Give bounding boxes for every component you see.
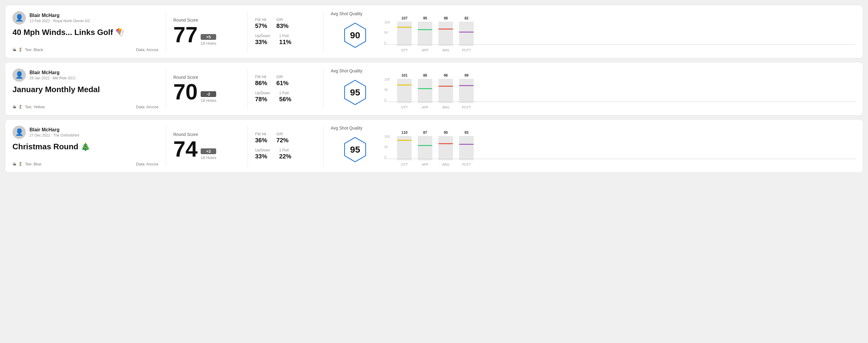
bar-value: 101: [401, 73, 407, 77]
bar-fill: [459, 33, 474, 46]
bar-fill: [397, 86, 412, 103]
bar-chart: 100 50 0 107 OTT 95 APP: [384, 12, 856, 52]
avatar: 👤: [12, 68, 26, 82]
fw-hit-label: FW Hit: [255, 132, 267, 136]
avatar-icon: 👤: [15, 71, 23, 79]
stat-fw-hit: FW Hit 57%: [255, 18, 267, 30]
quality-section: Avg Shot Quality 95: [331, 126, 379, 166]
bar-line: [397, 27, 412, 28]
quality-score: 90: [350, 30, 360, 40]
round-title: 40 Mph Winds... Links Golf 🪁: [12, 28, 158, 37]
stat-updown: Up/Down 78%: [255, 91, 270, 103]
section-divider: [166, 126, 166, 166]
bar-line: [397, 140, 412, 141]
player-footer: 🌥 🏌 Tee: Blue Data: Arccos: [12, 162, 158, 166]
bar-value: 96: [444, 73, 448, 77]
bar-fill: [418, 89, 432, 103]
gir-value: 83%: [276, 23, 288, 30]
chart-bar-group: 101 OTT: [397, 73, 412, 109]
player-header: 👤 Blair McHarg 27 Dec 2021 · The Oxfords…: [12, 126, 158, 139]
score-badge-col: +5 18 Holes: [201, 34, 216, 45]
section-divider: [323, 126, 323, 166]
round-card: 👤 Blair McHarg 27 Dec 2021 · The Oxfords…: [5, 119, 863, 173]
bar-container: [459, 79, 474, 103]
score-number: 74: [173, 138, 197, 160]
bar-fill: [438, 87, 453, 103]
chart-baseline: [384, 159, 856, 159]
oneputt-value: 56%: [279, 96, 291, 103]
bar-container: [438, 22, 453, 46]
bar-fill: [438, 144, 453, 160]
score-holes: 18 Holes: [201, 155, 216, 160]
bar-container: [438, 136, 453, 160]
bar-axis-label: PUTT: [462, 105, 471, 109]
stats-row-top: FW Hit 57% GIR 83%: [255, 18, 316, 30]
oneputt-value: 22%: [279, 153, 291, 160]
quality-section: Avg Shot Quality 95: [331, 68, 379, 109]
chart-section: 100 50 0 110 OTT 87 APP: [379, 126, 856, 166]
bar-line: [418, 145, 432, 146]
bar-line: [438, 86, 453, 87]
bar-fill: [397, 28, 412, 46]
updown-label: Up/Down: [255, 34, 270, 38]
score-holes: 18 Holes: [201, 98, 216, 103]
bar-fill: [418, 146, 432, 160]
section-divider: [247, 68, 248, 109]
bar-container: [418, 79, 432, 103]
avatar: 👤: [12, 126, 26, 139]
quality-score: 95: [350, 87, 360, 98]
bar-line: [397, 85, 412, 86]
stat-updown: Up/Down 33%: [255, 34, 270, 45]
hexagon-wrapper: 95: [340, 133, 370, 166]
quality-score: 95: [350, 145, 360, 155]
bar-container: [418, 22, 432, 46]
section-divider: [247, 126, 248, 166]
player-meta: 29 Jan 2022 · Mill Ride GCC: [30, 76, 76, 80]
chart-bar-group: 96 ARG: [438, 73, 453, 109]
fw-hit-label: FW Hit: [255, 18, 267, 22]
chart-y-labels: 100 50 0: [384, 20, 390, 45]
section-divider: [166, 68, 166, 109]
round-card: 👤 Blair McHarg 29 Jan 2022 · Mill Ride G…: [5, 62, 863, 116]
stats-row-bottom: Up/Down 33% 1 Putt 11%: [255, 34, 316, 45]
bar-value: 82: [465, 16, 468, 20]
chart-bar-group: 95 ARG: [438, 130, 453, 166]
hexagon-wrapper: 95: [340, 76, 370, 109]
fw-hit-value: 57%: [255, 23, 267, 30]
player-meta: 12 Feb 2022 · Royal North Devon GC: [30, 19, 90, 23]
fw-hit-label: FW Hit: [255, 75, 267, 79]
bar-chart: 100 50 0 101 OTT 86 APP: [384, 70, 856, 109]
bar-axis-label: OTT: [401, 163, 408, 166]
bar-value: 87: [423, 130, 427, 135]
gir-label: GIR: [276, 132, 288, 136]
chart-bar-group: 107 OTT: [397, 16, 412, 52]
player-name: Blair McHarg: [30, 13, 90, 18]
chart-y-labels: 100 50 0: [384, 135, 390, 159]
bar-axis-label: APP: [422, 48, 428, 52]
bag-icon: 🏌: [18, 104, 23, 109]
weather-icon: 🌥: [12, 162, 17, 166]
tee-label: Tee: Blue: [25, 162, 41, 166]
score-label: Round Score: [173, 132, 240, 137]
gir-label: GIR: [276, 75, 288, 79]
oneputt-label: 1 Putt: [279, 34, 291, 38]
score-badge: +2: [201, 148, 216, 154]
chart-bar-group: 98 ARG: [438, 16, 453, 52]
round-title: Christmas Round 🎄: [12, 142, 158, 151]
oneputt-value: 11%: [279, 39, 291, 45]
bag-icon: 🏌: [18, 48, 23, 52]
score-badge-col: -2 18 Holes: [201, 91, 216, 103]
bar-line: [438, 29, 453, 30]
stat-updown: Up/Down 33%: [255, 148, 270, 160]
chart-baseline: [384, 44, 856, 45]
weather-icon: 🌥: [12, 104, 17, 109]
stat-oneputt: 1 Putt 11%: [279, 34, 291, 45]
quality-label: Avg Shot Quality: [331, 68, 363, 73]
bar-axis-label: ARG: [442, 48, 450, 52]
bar-value: 86: [423, 73, 427, 77]
score-holes: 18 Holes: [201, 41, 216, 45]
bar-axis-label: ARG: [442, 105, 450, 109]
section-divider: [323, 11, 323, 52]
bar-value: 110: [401, 130, 407, 135]
avatar-icon: 👤: [15, 14, 23, 22]
